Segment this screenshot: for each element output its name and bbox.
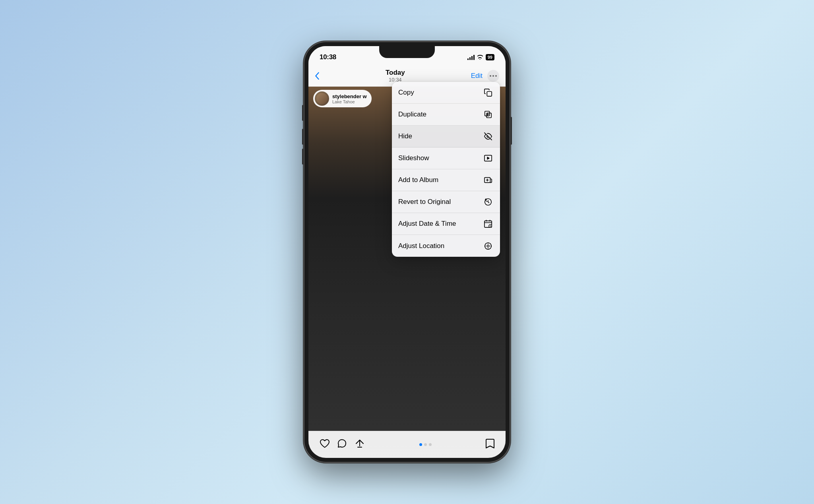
duplicate-icon — [483, 109, 494, 120]
bottom-bar — [308, 431, 506, 458]
post-location: Lake Tahoe — [332, 99, 367, 104]
dot-active — [419, 443, 422, 446]
menu-item-revert[interactable]: Revert to Original — [392, 191, 500, 213]
phone-screen: 10:38 99 Today 1 — [308, 46, 506, 458]
nav-actions: Edit — [471, 70, 499, 82]
menu-item-slideshow[interactable]: Slideshow — [392, 147, 500, 169]
status-icons: 99 — [467, 54, 494, 60]
svg-rect-2 — [485, 111, 490, 116]
like-icon[interactable] — [320, 439, 330, 451]
post-info: stylebender w Lake Tahoe — [332, 93, 367, 104]
context-menu: Copy Duplicate — [392, 82, 500, 257]
avatar — [315, 91, 329, 106]
post-username: stylebender w — [332, 93, 367, 99]
bookmark-icon[interactable] — [486, 438, 494, 451]
add-album-icon — [483, 174, 494, 186]
wifi-icon — [477, 55, 483, 60]
battery-indicator: 99 — [486, 54, 494, 60]
dot-inactive-1 — [424, 443, 427, 446]
svg-line-3 — [485, 133, 492, 140]
menu-item-hide[interactable]: Hide — [392, 126, 500, 147]
back-button[interactable] — [315, 72, 320, 80]
svg-rect-1 — [486, 113, 491, 118]
svg-rect-0 — [487, 91, 492, 96]
menu-item-hide-label: Hide — [398, 132, 412, 140]
menu-item-adjust-date[interactable]: Adjust Date & Time — [392, 213, 500, 235]
menu-item-adjust-date-label: Adjust Date & Time — [398, 220, 456, 228]
phone-wrapper: 10:38 99 Today 1 — [304, 41, 510, 463]
menu-item-add-to-album[interactable]: Add to Album — [392, 169, 500, 191]
revert-icon — [483, 196, 494, 207]
signal-icon — [467, 54, 475, 60]
menu-item-add-to-album-label: Add to Album — [398, 176, 438, 184]
status-time: 10:38 — [320, 53, 336, 61]
nav-center: Today 10:34 — [386, 69, 405, 83]
menu-item-copy[interactable]: Copy — [392, 82, 500, 104]
edit-button[interactable]: Edit — [471, 72, 483, 80]
dot-inactive-2 — [429, 443, 432, 446]
notch — [379, 46, 435, 58]
hide-icon — [483, 131, 494, 142]
menu-item-slideshow-label: Slideshow — [398, 154, 429, 162]
menu-item-copy-label: Copy — [398, 89, 414, 97]
menu-item-adjust-location-label: Adjust Location — [398, 242, 444, 250]
post-header: stylebender w Lake Tahoe — [313, 90, 372, 107]
menu-item-revert-label: Revert to Original — [398, 198, 451, 206]
nav-title: Today — [386, 69, 405, 77]
slideshow-icon — [483, 153, 494, 164]
share-icon[interactable] — [355, 439, 365, 451]
location-icon — [483, 240, 494, 252]
comment-icon[interactable] — [337, 439, 347, 451]
menu-item-duplicate[interactable]: Duplicate — [392, 104, 500, 126]
bottom-icons-left — [320, 439, 365, 451]
copy-icon — [483, 87, 494, 98]
menu-item-duplicate-label: Duplicate — [398, 110, 426, 118]
page-dots — [419, 443, 432, 446]
three-dots-icon — [490, 75, 497, 77]
menu-item-adjust-location[interactable]: Adjust Location — [392, 235, 500, 257]
svg-point-10 — [487, 245, 489, 247]
calendar-icon — [483, 218, 494, 229]
more-button[interactable] — [487, 70, 499, 82]
